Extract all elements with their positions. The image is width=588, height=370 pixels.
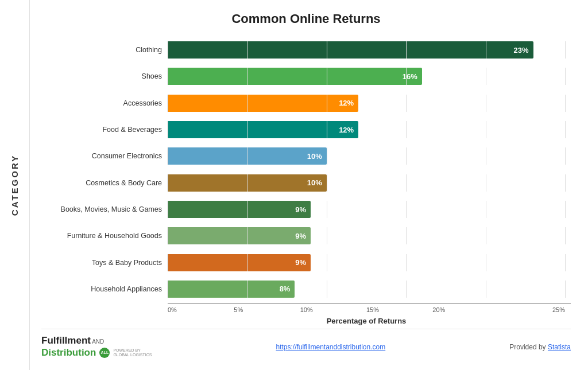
bar-pct-label: 10% — [307, 178, 322, 187]
grid-line — [406, 281, 407, 298]
bar-label: Toys & Baby Products — [41, 259, 168, 267]
bar-label: Clothing — [41, 46, 168, 54]
logo-distribution: Distribution — [41, 347, 96, 359]
bar-fill: 16% — [168, 68, 422, 85]
bar-pct-label: 12% — [339, 99, 354, 107]
x-tick: 20% — [432, 306, 498, 313]
chart-area: Common Online Returns Clothing23%Shoes16… — [30, 0, 588, 370]
bar-row: Accessories12% — [41, 93, 565, 114]
bar-label: Food & Beverages — [41, 126, 168, 134]
grid-line — [327, 147, 327, 165]
bar-track: 23% — [168, 41, 565, 59]
statista-link[interactable]: Statista — [548, 343, 571, 351]
logo-powered: POWERED BYGLOBAL LOGISTICS — [113, 348, 152, 357]
category-axis-label: CATEGORY — [0, 0, 30, 370]
grid-line — [247, 201, 247, 218]
bar-pct-label: 8% — [280, 285, 291, 293]
grid-line — [565, 68, 566, 85]
x-axis-label: Percentage of Returns — [168, 317, 565, 325]
bar-track: 16% — [168, 68, 565, 85]
grid-line — [565, 41, 566, 59]
bar-pct-label: 12% — [339, 126, 354, 134]
bar-track: 8% — [168, 281, 565, 298]
footer-statista: Provided by Statista — [509, 343, 571, 351]
grid-line — [327, 68, 327, 85]
footer: Fulfillment AND Distribution ALL POWERED… — [41, 329, 571, 359]
grid-line — [168, 68, 168, 85]
grid-line — [486, 121, 486, 138]
grid-line — [486, 95, 486, 112]
bar-track: 10% — [168, 174, 565, 192]
grid-line — [486, 41, 486, 59]
grid-line — [486, 227, 486, 244]
bar-track: 9% — [168, 254, 565, 271]
grid-line — [565, 201, 566, 218]
bar-row: Furniture & Household Goods9% — [41, 225, 565, 246]
chart-title: Common Online Returns — [41, 11, 571, 26]
grid-line — [247, 41, 247, 59]
grid-line — [565, 281, 566, 298]
bar-label: Household Appliances — [41, 285, 168, 293]
bar-pct-label: 16% — [403, 72, 417, 81]
bar-fill: 12% — [168, 121, 358, 138]
bar-fill: 8% — [168, 281, 295, 298]
grid-line — [406, 147, 407, 165]
grid-line — [327, 201, 327, 218]
grid-line — [565, 121, 566, 138]
footer-link[interactable]: https://fulfillmentanddistribution.com — [276, 343, 385, 351]
grid-line — [247, 68, 247, 85]
bar-row: Clothing23% — [41, 40, 565, 60]
grid-line — [327, 174, 327, 192]
grid-line — [168, 121, 168, 138]
grid-line — [406, 201, 407, 218]
grid-line — [486, 254, 486, 271]
bars-container: Clothing23%Shoes16%Accessories12%Food & … — [41, 37, 571, 302]
grid-line — [406, 121, 407, 138]
grid-line — [168, 254, 168, 271]
grid-line — [168, 41, 168, 59]
grid-line — [486, 281, 486, 298]
bar-pct-label: 23% — [514, 46, 529, 54]
bar-row: Cosmetics & Body Care10% — [41, 173, 565, 193]
grid-line — [247, 174, 247, 192]
logo-fulfillment: Fulfillment AND — [41, 335, 104, 346]
grid-line — [247, 121, 247, 138]
grid-line — [168, 281, 168, 298]
grid-line — [327, 121, 327, 138]
bar-label: Books, Movies, Music & Games — [41, 205, 168, 213]
bar-track: 12% — [168, 95, 565, 112]
bar-fill: 9% — [168, 201, 311, 218]
grid-line — [327, 95, 327, 112]
grid-line — [247, 227, 247, 244]
bar-row: Books, Movies, Music & Games9% — [41, 199, 565, 220]
bar-pct-label: 10% — [307, 152, 322, 161]
bar-fill: 23% — [168, 41, 533, 59]
bar-label: Consumer Electronics — [41, 152, 168, 160]
grid-line — [247, 254, 247, 271]
bar-label: Accessories — [41, 99, 168, 107]
x-tick: 0% — [168, 306, 234, 313]
x-tick: 5% — [234, 306, 300, 313]
bar-row: Household Appliances8% — [41, 279, 565, 299]
footer-logo: Fulfillment AND Distribution ALL POWERED… — [41, 335, 152, 359]
grid-line — [565, 227, 566, 244]
bar-row: Food & Beverages12% — [41, 119, 565, 140]
grid-line — [168, 174, 168, 192]
grid-line — [406, 254, 407, 271]
grid-line — [406, 68, 407, 85]
bar-fill: 9% — [168, 227, 311, 244]
bar-label: Shoes — [41, 72, 168, 80]
bar-pct-label: 9% — [295, 232, 306, 240]
grid-line — [406, 227, 407, 244]
grid-line — [406, 174, 407, 192]
bar-track: 10% — [168, 147, 565, 165]
x-tick: 15% — [366, 306, 432, 313]
grid-line — [327, 227, 327, 244]
bar-row: Toys & Baby Products9% — [41, 252, 565, 273]
grid-line — [168, 95, 168, 112]
grid-line — [168, 147, 168, 165]
grid-line — [486, 174, 486, 192]
grid-line — [247, 147, 247, 165]
grid-line — [565, 174, 566, 192]
grid-line — [168, 227, 168, 244]
